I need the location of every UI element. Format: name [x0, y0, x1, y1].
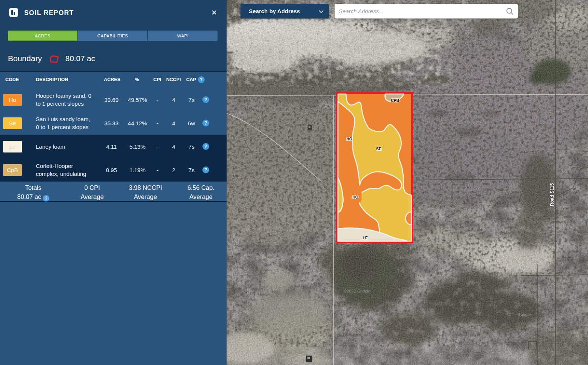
svg-text:CPB: CPB — [391, 98, 400, 103]
svg-text:HO: HO — [346, 137, 352, 141]
svg-text:©2022 Google: ©2022 Google — [344, 289, 370, 293]
svg-text:Google: Google — [517, 312, 531, 317]
svg-text:SE: SE — [376, 146, 381, 151]
svg-text:LE: LE — [363, 236, 367, 240]
svg-text:Road S115: Road S115 — [549, 183, 555, 206]
svg-text:HO: HO — [352, 195, 358, 199]
